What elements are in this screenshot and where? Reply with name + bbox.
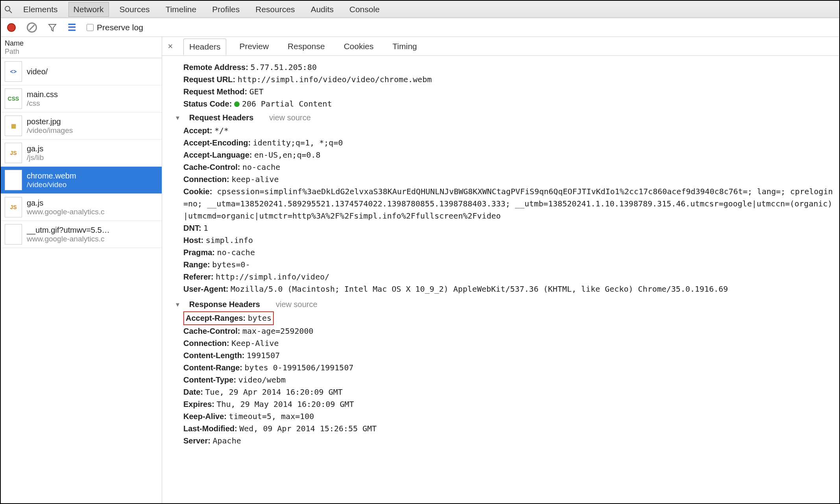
tab-audits[interactable]: Audits: [306, 2, 339, 17]
general-remote-address: Remote Address: 5.77.51.205:80: [172, 61, 834, 74]
header-row: Last-Modified: Wed, 09 Apr 2014 15:26:55…: [172, 423, 834, 435]
detail-tab-preview[interactable]: Preview: [233, 38, 275, 55]
chevron-down-icon: ▼: [175, 300, 181, 309]
request-detail-pane: × HeadersPreviewResponseCookiesTiming Re…: [162, 37, 839, 503]
clear-button[interactable]: [27, 22, 37, 33]
devtools-panel-tabs: ElementsNetworkSourcesTimelineProfilesRe…: [1, 1, 839, 18]
detail-tab-cookies[interactable]: Cookies: [338, 38, 380, 55]
view-source-link[interactable]: view source: [269, 112, 311, 124]
filter-icon[interactable]: [48, 23, 57, 32]
tab-console[interactable]: Console: [344, 2, 385, 17]
general-request-url: Request URL: http://simpl.info/video/vid…: [172, 74, 834, 86]
header-row: Accept: */*: [172, 125, 834, 137]
detail-tab-response[interactable]: Response: [282, 38, 331, 55]
search-icon[interactable]: [4, 5, 13, 14]
request-name: __utm.gif?utmwv=5.5…: [27, 226, 110, 235]
header-row: Host: simpl.info: [172, 234, 834, 246]
header-row: Date: Tue, 29 Apr 2014 16:20:09 GMT: [172, 386, 834, 398]
header-row: Accept-Ranges: bytes: [172, 311, 834, 325]
request-row[interactable]: ▦poster.jpg/video/images: [1, 112, 162, 140]
header-row: Accept-Language: en-US,en;q=0.8: [172, 149, 834, 161]
request-path: www.google-analytics.c: [27, 208, 104, 216]
general-request-method: Request Method: GET: [172, 86, 834, 98]
response-headers-section[interactable]: ▼ Response Headers view source: [172, 297, 834, 311]
header-row: Connection: keep-alive: [172, 173, 834, 186]
preserve-log-label: Preserve log: [97, 23, 143, 32]
tab-profiles[interactable]: Profiles: [207, 2, 245, 17]
request-name: ga.js: [27, 199, 104, 208]
request-path: /js/lib: [27, 153, 44, 162]
close-icon[interactable]: ×: [164, 41, 176, 52]
chevron-down-icon: ▼: [175, 113, 181, 122]
header-row: User-Agent: Mozilla/5.0 (Macintosh; Inte…: [172, 283, 834, 295]
req-cookie: Cookie: cpsession=simplinf%3aeDkLdG2elvx…: [172, 186, 834, 222]
header-row: Range: bytes=0-: [172, 259, 834, 271]
header-row: Connection: Keep-Alive: [172, 337, 834, 349]
header-row: DNT: 1: [172, 222, 834, 234]
request-name: ga.js: [27, 144, 44, 153]
col-path: Path: [5, 48, 158, 56]
header-row: Referer: http://simpl.info/video/: [172, 271, 834, 283]
request-path: /css: [27, 99, 58, 108]
file-js-icon: JS: [5, 143, 22, 163]
request-row[interactable]: <>video/: [1, 58, 162, 85]
header-row: Content-Type: video/webm: [172, 374, 834, 386]
request-row[interactable]: CSSmain.css/css: [1, 85, 162, 112]
request-name: main.css: [27, 90, 58, 99]
record-button[interactable]: [7, 23, 16, 32]
requests-list-header: Name Path: [1, 37, 162, 58]
header-row: Keep-Alive: timeout=5, max=100: [172, 410, 834, 423]
preserve-log-toggle[interactable]: Preserve log: [87, 23, 143, 32]
request-row[interactable]: __utm.gif?utmwv=5.5…www.google-analytics…: [1, 221, 162, 248]
general-status-code: Status Code: 206 Partial Content: [172, 98, 834, 110]
request-headers-section[interactable]: ▼ Request Headers view source: [172, 110, 834, 125]
request-row[interactable]: JSga.js/js/lib: [1, 140, 162, 167]
request-name: chrome.webm: [27, 171, 76, 180]
requests-list-pane: Name Path <>video/CSSmain.css/css▦poster…: [1, 37, 162, 503]
request-row[interactable]: chrome.webm/video/video: [1, 167, 162, 194]
detail-tab-timing[interactable]: Timing: [387, 38, 423, 55]
header-row: Server: Apache: [172, 435, 834, 447]
file-html-icon: <>: [5, 61, 22, 82]
header-row: Pragma: no-cache: [172, 246, 834, 259]
col-name: Name: [5, 39, 158, 48]
header-row: Cache-Control: max-age=2592000: [172, 325, 834, 337]
header-row: Content-Range: bytes 0-1991506/1991507: [172, 362, 834, 374]
file-js-icon: JS: [5, 197, 22, 217]
headers-panel: Remote Address: 5.77.51.205:80 Request U…: [162, 56, 839, 503]
network-toolbar: ☰ Preserve log: [1, 18, 839, 37]
list-view-icon[interactable]: ☰: [68, 22, 76, 33]
tab-timeline[interactable]: Timeline: [161, 2, 202, 17]
tab-resources[interactable]: Resources: [250, 2, 300, 17]
request-path: /video/video: [27, 180, 76, 189]
file-blank-icon: [5, 170, 22, 190]
svg-point-0: [5, 6, 10, 11]
detail-tabs: × HeadersPreviewResponseCookiesTiming: [162, 37, 839, 56]
detail-tab-headers[interactable]: Headers: [183, 39, 226, 55]
preserve-log-checkbox[interactable]: [87, 24, 94, 31]
header-row: Accept-Encoding: identity;q=1, *;q=0: [172, 137, 834, 149]
header-row: Content-Length: 1991507: [172, 349, 834, 362]
header-row: Cache-Control: no-cache: [172, 161, 834, 173]
request-name: video/: [27, 67, 48, 76]
header-row: Expires: Thu, 29 May 2014 16:20:09 GMT: [172, 398, 834, 410]
file-img-icon: ▦: [5, 116, 22, 136]
requests-list: <>video/CSSmain.css/css▦poster.jpg/video…: [1, 58, 162, 503]
status-dot-icon: [234, 101, 240, 107]
tab-elements[interactable]: Elements: [18, 2, 63, 17]
tab-sources[interactable]: Sources: [114, 2, 155, 17]
request-row[interactable]: JSga.jswww.google-analytics.c: [1, 194, 162, 221]
svg-line-1: [9, 11, 12, 13]
request-path: /video/images: [27, 126, 73, 135]
view-source-link[interactable]: view source: [276, 298, 318, 311]
tab-network[interactable]: Network: [68, 2, 109, 17]
file-css-icon: CSS: [5, 88, 22, 109]
request-name: poster.jpg: [27, 117, 73, 126]
request-path: www.google-analytics.c: [27, 235, 110, 243]
file-blank-icon: [5, 224, 22, 245]
